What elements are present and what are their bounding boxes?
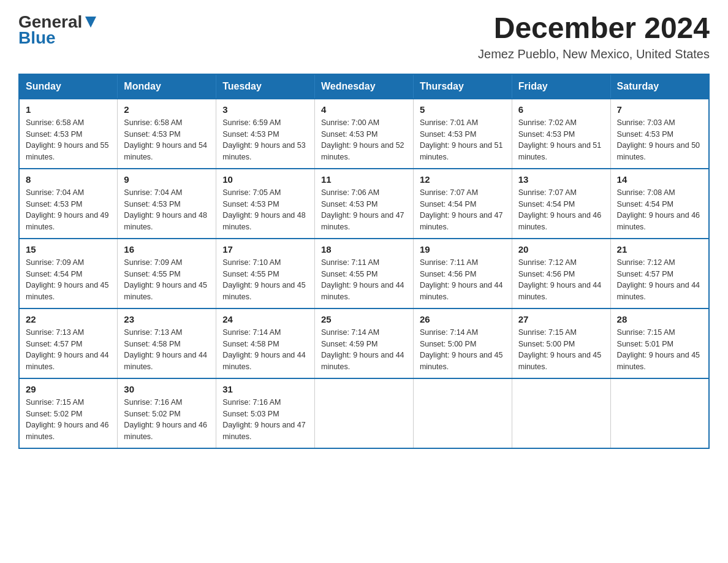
table-row: 18 Sunrise: 7:11 AM Sunset: 4:55 PM Dayl… xyxy=(315,239,414,308)
day-number: 15 xyxy=(26,244,111,255)
day-number: 7 xyxy=(617,104,702,115)
calendar-table: Sunday Monday Tuesday Wednesday Thursday… xyxy=(18,74,710,449)
table-row: 21 Sunrise: 7:12 AM Sunset: 4:57 PM Dayl… xyxy=(610,239,709,308)
day-number: 28 xyxy=(617,314,702,324)
day-number: 5 xyxy=(420,104,506,115)
table-row xyxy=(610,378,709,448)
table-row: 17 Sunrise: 7:10 AM Sunset: 4:55 PM Dayl… xyxy=(216,239,315,308)
day-number: 27 xyxy=(518,314,604,324)
day-info: Sunrise: 7:14 AM Sunset: 4:59 PM Dayligh… xyxy=(321,327,407,373)
day-number: 19 xyxy=(420,244,506,255)
table-row: 27 Sunrise: 7:15 AM Sunset: 5:00 PM Dayl… xyxy=(512,308,610,378)
table-row: 25 Sunrise: 7:14 AM Sunset: 4:59 PM Dayl… xyxy=(315,308,414,378)
day-number: 1 xyxy=(26,104,111,115)
logo-blue-text: Blue xyxy=(18,28,56,48)
day-info: Sunrise: 6:58 AM Sunset: 4:53 PM Dayligh… xyxy=(26,117,111,163)
location-title: Jemez Pueblo, New Mexico, United States xyxy=(478,47,710,61)
col-sunday: Sunday xyxy=(19,74,118,99)
col-saturday: Saturday xyxy=(610,74,709,99)
day-number: 25 xyxy=(321,314,407,324)
table-row: 14 Sunrise: 7:08 AM Sunset: 4:54 PM Dayl… xyxy=(610,169,709,239)
day-number: 12 xyxy=(420,174,506,185)
day-number: 31 xyxy=(222,384,308,394)
calendar-week-row: 15 Sunrise: 7:09 AM Sunset: 4:54 PM Dayl… xyxy=(19,239,709,308)
table-row: 11 Sunrise: 7:06 AM Sunset: 4:53 PM Dayl… xyxy=(315,169,414,239)
table-row: 10 Sunrise: 7:05 AM Sunset: 4:53 PM Dayl… xyxy=(216,169,315,239)
day-number: 10 xyxy=(222,174,308,185)
day-number: 18 xyxy=(321,244,407,255)
day-info: Sunrise: 7:15 AM Sunset: 5:00 PM Dayligh… xyxy=(518,327,604,373)
day-info: Sunrise: 7:14 AM Sunset: 4:58 PM Dayligh… xyxy=(222,327,308,373)
day-info: Sunrise: 7:16 AM Sunset: 5:03 PM Dayligh… xyxy=(222,397,308,443)
day-number: 26 xyxy=(420,314,506,324)
svg-marker-0 xyxy=(85,17,96,28)
day-info: Sunrise: 6:58 AM Sunset: 4:53 PM Dayligh… xyxy=(124,117,210,163)
day-info: Sunrise: 7:01 AM Sunset: 4:53 PM Dayligh… xyxy=(420,117,506,163)
table-row: 15 Sunrise: 7:09 AM Sunset: 4:54 PM Dayl… xyxy=(19,239,118,308)
month-title: December 2024 xyxy=(478,12,710,45)
table-row: 28 Sunrise: 7:15 AM Sunset: 5:01 PM Dayl… xyxy=(610,308,709,378)
day-number: 29 xyxy=(26,384,111,394)
day-info: Sunrise: 7:12 AM Sunset: 4:56 PM Dayligh… xyxy=(518,257,604,303)
title-area: December 2024 Jemez Pueblo, New Mexico, … xyxy=(478,12,710,61)
calendar-week-row: 29 Sunrise: 7:15 AM Sunset: 5:02 PM Dayl… xyxy=(19,378,709,448)
table-row: 2 Sunrise: 6:58 AM Sunset: 4:53 PM Dayli… xyxy=(118,99,216,169)
day-info: Sunrise: 7:08 AM Sunset: 4:54 PM Dayligh… xyxy=(617,187,702,233)
table-row: 8 Sunrise: 7:04 AM Sunset: 4:53 PM Dayli… xyxy=(19,169,118,239)
table-row: 16 Sunrise: 7:09 AM Sunset: 4:55 PM Dayl… xyxy=(118,239,216,308)
table-row: 3 Sunrise: 6:59 AM Sunset: 4:53 PM Dayli… xyxy=(216,99,315,169)
day-number: 3 xyxy=(222,104,308,115)
table-row: 30 Sunrise: 7:16 AM Sunset: 5:02 PM Dayl… xyxy=(118,378,216,448)
day-info: Sunrise: 7:04 AM Sunset: 4:53 PM Dayligh… xyxy=(124,187,210,233)
table-row: 9 Sunrise: 7:04 AM Sunset: 4:53 PM Dayli… xyxy=(118,169,216,239)
day-number: 17 xyxy=(222,244,308,255)
day-info: Sunrise: 7:15 AM Sunset: 5:02 PM Dayligh… xyxy=(26,397,111,443)
day-info: Sunrise: 7:03 AM Sunset: 4:53 PM Dayligh… xyxy=(617,117,702,163)
day-number: 4 xyxy=(321,104,407,115)
day-info: Sunrise: 7:16 AM Sunset: 5:02 PM Dayligh… xyxy=(124,397,210,443)
calendar-header-row: Sunday Monday Tuesday Wednesday Thursday… xyxy=(19,74,709,99)
day-info: Sunrise: 7:13 AM Sunset: 4:57 PM Dayligh… xyxy=(26,327,111,373)
col-thursday: Thursday xyxy=(413,74,512,99)
logo: General Blue xyxy=(18,12,99,48)
calendar-week-row: 1 Sunrise: 6:58 AM Sunset: 4:53 PM Dayli… xyxy=(19,99,709,169)
table-row: 26 Sunrise: 7:14 AM Sunset: 5:00 PM Dayl… xyxy=(413,308,512,378)
day-info: Sunrise: 7:04 AM Sunset: 4:53 PM Dayligh… xyxy=(26,187,111,233)
table-row: 6 Sunrise: 7:02 AM Sunset: 4:53 PM Dayli… xyxy=(512,99,610,169)
day-info: Sunrise: 7:06 AM Sunset: 4:53 PM Dayligh… xyxy=(321,187,407,233)
table-row: 24 Sunrise: 7:14 AM Sunset: 4:58 PM Dayl… xyxy=(216,308,315,378)
day-info: Sunrise: 7:07 AM Sunset: 4:54 PM Dayligh… xyxy=(518,187,604,233)
table-row: 13 Sunrise: 7:07 AM Sunset: 4:54 PM Dayl… xyxy=(512,169,610,239)
calendar-week-row: 22 Sunrise: 7:13 AM Sunset: 4:57 PM Dayl… xyxy=(19,308,709,378)
day-info: Sunrise: 6:59 AM Sunset: 4:53 PM Dayligh… xyxy=(222,117,308,163)
day-number: 21 xyxy=(617,244,702,255)
day-info: Sunrise: 7:13 AM Sunset: 4:58 PM Dayligh… xyxy=(124,327,210,373)
page-header: General Blue December 2024 Jemez Pueblo,… xyxy=(18,12,710,61)
col-monday: Monday xyxy=(118,74,216,99)
col-wednesday: Wednesday xyxy=(315,74,414,99)
day-number: 9 xyxy=(124,174,210,185)
day-number: 24 xyxy=(222,314,308,324)
day-number: 13 xyxy=(518,174,604,185)
table-row: 20 Sunrise: 7:12 AM Sunset: 4:56 PM Dayl… xyxy=(512,239,610,308)
day-number: 30 xyxy=(124,384,210,394)
table-row: 1 Sunrise: 6:58 AM Sunset: 4:53 PM Dayli… xyxy=(19,99,118,169)
table-row: 29 Sunrise: 7:15 AM Sunset: 5:02 PM Dayl… xyxy=(19,378,118,448)
day-info: Sunrise: 7:11 AM Sunset: 4:55 PM Dayligh… xyxy=(321,257,407,303)
calendar-week-row: 8 Sunrise: 7:04 AM Sunset: 4:53 PM Dayli… xyxy=(19,169,709,239)
table-row: 22 Sunrise: 7:13 AM Sunset: 4:57 PM Dayl… xyxy=(19,308,118,378)
table-row: 31 Sunrise: 7:16 AM Sunset: 5:03 PM Dayl… xyxy=(216,378,315,448)
day-number: 23 xyxy=(124,314,210,324)
col-friday: Friday xyxy=(512,74,610,99)
logo-flag-icon xyxy=(84,15,97,29)
day-info: Sunrise: 7:07 AM Sunset: 4:54 PM Dayligh… xyxy=(420,187,506,233)
table-row: 23 Sunrise: 7:13 AM Sunset: 4:58 PM Dayl… xyxy=(118,308,216,378)
col-tuesday: Tuesday xyxy=(216,74,315,99)
day-info: Sunrise: 7:02 AM Sunset: 4:53 PM Dayligh… xyxy=(518,117,604,163)
table-row: 7 Sunrise: 7:03 AM Sunset: 4:53 PM Dayli… xyxy=(610,99,709,169)
table-row xyxy=(413,378,512,448)
table-row: 4 Sunrise: 7:00 AM Sunset: 4:53 PM Dayli… xyxy=(315,99,414,169)
day-number: 16 xyxy=(124,244,210,255)
day-info: Sunrise: 7:12 AM Sunset: 4:57 PM Dayligh… xyxy=(617,257,702,303)
table-row: 19 Sunrise: 7:11 AM Sunset: 4:56 PM Dayl… xyxy=(413,239,512,308)
